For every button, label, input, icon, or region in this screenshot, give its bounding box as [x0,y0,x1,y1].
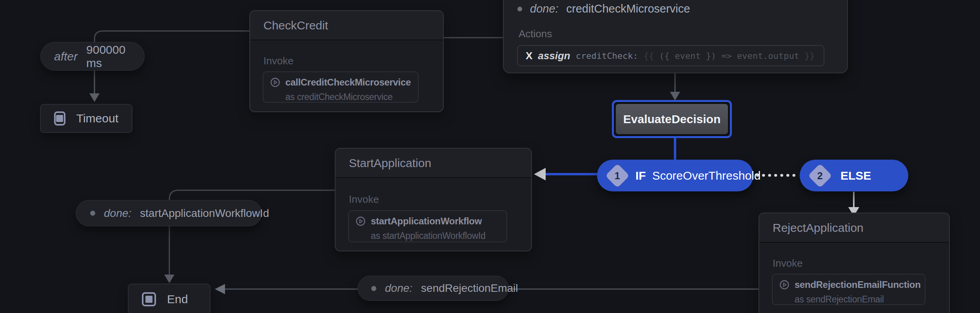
bullet-icon [371,286,376,291]
arrowhead-startapplication [534,168,546,180]
done-pill-send-rejection[interactable]: done: sendRejectionEmail [358,276,509,301]
condition-pill-else[interactable]: 2 ELSE [800,160,908,191]
circled-play-icon [270,77,281,88]
expr-body: ({ event }) => event.output [659,51,799,61]
actions-label: Actions [519,28,552,40]
node-end[interactable]: End [128,284,211,313]
state-icon [54,111,65,126]
config-done-row: done: creditCheckMicroservice [517,2,690,15]
node-timeout[interactable]: Timeout [40,104,132,133]
node-start-application[interactable]: StartApplication Invoke startApplication… [335,148,532,251]
expr-close: }} [804,51,815,61]
start-application-title: StartApplication [349,156,431,170]
edge-checkcredit-to-timer [94,31,249,42]
workflow-canvas[interactable]: after 900000 ms Timeout CheckCredit Invo… [0,0,980,313]
bullet-icon [517,7,522,11]
if-condition: ScoreOverThreshold [652,169,761,182]
start-application-function: startApplicationWorkflow [371,216,482,227]
start-application-alias: as startApplicationWorkflowId [371,231,500,241]
expr-open: {{ [644,51,654,61]
assign-expression: {{ ({ event }) => event.output }} [644,51,815,61]
done-value: sendRejectionEmail [421,282,518,295]
arrowhead-evaluate [670,92,680,100]
else-keyword: ELSE [840,169,871,182]
timer-keyword: after [54,50,78,63]
invoke-box[interactable]: startApplicationWorkflow as startApplica… [348,210,507,242]
invoke-label: Invoke [263,55,294,67]
timeout-label: Timeout [76,112,118,125]
node-credit-check-config[interactable]: done: creditCheckMicroservice Actions X … [503,0,848,73]
arrowhead-end-top [164,275,174,283]
if-keyword: IF [635,169,646,182]
done-keyword: done: [385,282,412,295]
condition-pill-if[interactable]: 1 IF ScoreOverThreshold [597,160,753,191]
state-icon [142,292,156,306]
timer-pill[interactable]: after 900000 ms [40,42,145,71]
reject-application-header: RejectApplication [759,213,949,243]
assign-action-row[interactable]: X assign creditCheck: {{ ({ event }) => … [517,45,824,66]
arrowhead-timeout [89,93,100,102]
node-evaluate-decision[interactable]: EvaluateDecision [612,100,732,138]
done-value: creditCheckMicroservice [566,2,690,15]
check-credit-title: CheckCredit [263,19,328,32]
condition-index-icon: 1 [605,163,630,187]
evaluate-decision-label: EvaluateDecision [623,113,720,126]
done-keyword: done: [104,207,131,220]
assign-key: creditCheck: [576,51,638,61]
check-credit-header: CheckCredit [250,11,443,40]
done-keyword: done: [530,2,559,15]
x-icon: X [526,50,532,62]
condition-index-icon: 2 [808,163,832,187]
reject-application-title: RejectApplication [773,221,864,235]
node-reject-application[interactable]: RejectApplication Invoke sendRejectionEm… [759,213,950,313]
reject-application-alias: as sendRejectionEmail [795,294,918,305]
end-label: End [167,293,188,306]
invoke-label: Invoke [349,193,379,206]
circled-play-icon [355,216,366,227]
arrowhead-end-right [215,284,225,294]
bullet-icon [90,211,95,216]
node-check-credit[interactable]: CheckCredit Invoke callCreditCheckMicros… [249,10,444,112]
assign-keyword: assign [538,50,570,62]
check-credit-function: callCreditCheckMicroservice [285,77,411,88]
start-application-header: StartApplication [336,149,531,178]
invoke-label: Invoke [773,257,803,269]
circled-play-icon [779,279,790,290]
reject-application-function: sendRejectionEmailFunction [795,279,921,290]
done-pill-start-application[interactable]: done: startApplicationWorkflowId [76,200,262,226]
invoke-box[interactable]: sendRejectionEmailFunction as sendReject… [772,274,926,305]
done-value: startApplicationWorkflowId [140,207,269,220]
check-credit-alias: as creditCheckMicroservice [285,92,412,102]
invoke-box[interactable]: callCreditCheckMicroservice as creditChe… [263,71,419,103]
timer-value: 900000 ms [86,43,144,70]
